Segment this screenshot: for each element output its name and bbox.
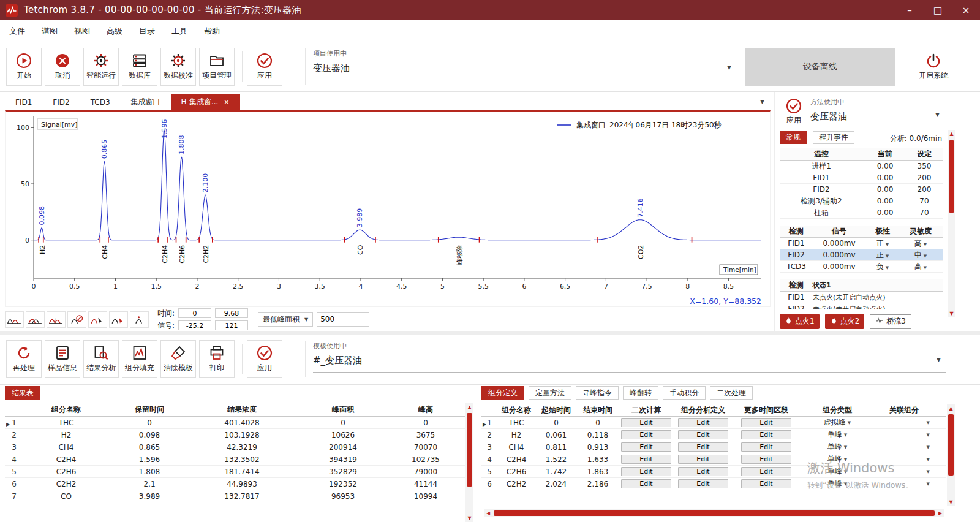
print-button[interactable]: 打印 xyxy=(199,340,235,378)
menu-item-spectrum[interactable]: 谱图 xyxy=(42,26,58,37)
reprocess-button[interactable]: 再处理 xyxy=(6,340,42,378)
result-analysis-button[interactable]: 结果分析 xyxy=(83,340,119,378)
chevron-down-icon[interactable]: ▼ xyxy=(927,469,930,474)
edit-secondary-calc-button[interactable]: Edit xyxy=(621,418,671,427)
component-table-row[interactable]: 2H20.0610.118EditEditEdit单峰▼▼ xyxy=(481,429,946,441)
edit-more-time-ranges-button[interactable]: Edit xyxy=(741,467,791,476)
chevron-down-icon[interactable]: ▼ xyxy=(927,420,930,425)
edit-more-time-ranges-button[interactable]: Edit xyxy=(741,455,791,464)
scroll-down-icon[interactable]: ▼ xyxy=(948,309,956,317)
project-selector[interactable]: 项目使用中 变压器油 ▼ xyxy=(305,48,740,85)
edit-secondary-calc-button[interactable]: Edit xyxy=(621,467,671,476)
scroll-left-icon[interactable]: ◀ xyxy=(484,510,492,516)
scroll-thumb[interactable] xyxy=(494,510,935,516)
menu-item-tools[interactable]: 工具 xyxy=(172,26,187,37)
edit-secondary-calc-button[interactable]: Edit xyxy=(621,430,671,439)
maximize-button[interactable]: □ xyxy=(924,0,952,20)
results-table-row[interactable]: 6C2H22.144.989319235241144 xyxy=(5,478,466,490)
bridge-current-button[interactable]: 桥流3 xyxy=(870,314,911,329)
chevron-down-icon[interactable]: ▼ xyxy=(886,254,889,259)
chevron-down-icon[interactable]: ▼ xyxy=(924,254,927,259)
edit-analysis-definition-button[interactable]: Edit xyxy=(678,467,728,476)
edit-analysis-definition-button[interactable]: Edit xyxy=(678,418,728,427)
chevron-down-icon[interactable]: ▼ xyxy=(886,242,889,247)
menu-item-help[interactable]: 帮助 xyxy=(204,26,220,37)
tab-fid1[interactable]: FID1 xyxy=(5,94,42,110)
power-system-button[interactable]: 开启系统 xyxy=(913,48,954,86)
min-peak-area-select[interactable]: 最低峰面积 ▼ xyxy=(258,312,313,327)
menu-item-view[interactable]: 视图 xyxy=(74,26,90,37)
detector-status-row[interactable]: FID2未点火(未开启自动点火) xyxy=(780,303,943,309)
chevron-down-icon[interactable]: ▼ xyxy=(935,112,940,118)
chevron-down-icon[interactable]: ▼ xyxy=(844,445,847,450)
time-to-input[interactable] xyxy=(215,308,248,318)
apply-project-button[interactable]: 应用 xyxy=(247,48,282,86)
project-management-button[interactable]: 项目管理 xyxy=(199,48,235,86)
chevron-down-icon[interactable]: ▼ xyxy=(937,357,941,363)
clear-template-button[interactable]: 清除模板 xyxy=(160,340,196,378)
temperature-row[interactable]: 进样10.00350 xyxy=(780,161,943,172)
close-tab-icon[interactable]: × xyxy=(224,98,229,106)
edit-more-time-ranges-button[interactable]: Edit xyxy=(741,442,791,452)
scroll-thumb[interactable] xyxy=(948,414,954,476)
start-button[interactable]: 开始 xyxy=(6,48,42,86)
menu-item-file[interactable]: 文件 xyxy=(9,26,25,37)
sample-info-button[interactable]: 样品信息 xyxy=(45,340,80,378)
database-button[interactable]: 数据库 xyxy=(122,48,157,86)
data-calibration-button[interactable]: 数据校准 xyxy=(160,48,196,86)
results-table-tab[interactable]: 结果表 xyxy=(5,386,40,400)
tab-peak-flip[interactable]: 峰翻转 xyxy=(623,386,658,400)
detector-row[interactable]: TCD30.000mv负▼高▼ xyxy=(780,261,943,273)
right-panel-scrollbar[interactable]: ▲ ▼ xyxy=(948,130,956,317)
tab-integration-window[interactable]: 集成窗口 xyxy=(121,94,171,110)
peak-select-tool[interactable] xyxy=(88,311,107,328)
component-table-row[interactable]: 3CH40.8110.913EditEditEdit单峰▼▼ xyxy=(481,441,946,453)
menu-item-advanced[interactable]: 高级 xyxy=(107,26,123,37)
apply-method-button[interactable]: 应用 xyxy=(780,98,808,126)
chevron-down-icon[interactable]: ▼ xyxy=(844,433,847,438)
scroll-up-icon[interactable]: ▲ xyxy=(947,404,955,412)
apply-template-button[interactable]: 应用 xyxy=(247,340,282,378)
temperature-row[interactable]: FID10.00200 xyxy=(780,172,943,184)
tab-temperature-program[interactable]: 程升事件 xyxy=(813,131,854,144)
scroll-down-icon[interactable]: ▼ xyxy=(947,498,955,506)
peak-pick-tool[interactable] xyxy=(109,311,128,328)
chevron-down-icon[interactable]: ▼ xyxy=(927,445,930,450)
horizontal-scrollbar[interactable]: ◀ ▶ xyxy=(484,509,944,517)
edit-more-time-ranges-button[interactable]: Edit xyxy=(741,418,791,427)
scroll-thumb[interactable] xyxy=(949,140,954,213)
ignite1-button[interactable]: 点火1 xyxy=(780,314,820,329)
edit-more-time-ranges-button[interactable]: Edit xyxy=(741,430,791,439)
peak-shoulder-tool[interactable] xyxy=(5,311,24,328)
component-fill-button[interactable]: 组分填充 xyxy=(122,340,157,378)
component-table-row[interactable]: ▶1THC00EditEditEdit虚拟峰▼▼ xyxy=(481,417,946,429)
chevron-down-icon[interactable]: ▼ xyxy=(727,64,731,70)
edit-more-time-ranges-button[interactable]: Edit xyxy=(741,479,791,488)
edit-analysis-definition-button[interactable]: Edit xyxy=(678,479,728,488)
results-table-row[interactable]: 4C2H41.596132.3502394319102735 xyxy=(5,453,466,466)
scroll-thumb[interactable] xyxy=(467,413,472,487)
time-from-input[interactable] xyxy=(178,308,211,318)
edit-analysis-definition-button[interactable]: Edit xyxy=(678,442,728,452)
scroll-up-icon[interactable]: ▲ xyxy=(466,403,473,411)
chevron-down-icon[interactable]: ▼ xyxy=(927,433,930,438)
method-selector[interactable]: 方法使用中 变压器油 ▼ xyxy=(810,97,941,129)
chevron-down-icon[interactable]: ▼ xyxy=(886,265,889,270)
chevron-down-icon[interactable]: ▼ xyxy=(848,420,851,425)
temperature-row[interactable]: FID20.00200 xyxy=(780,184,943,195)
chevron-down-icon[interactable]: ▼ xyxy=(924,265,927,270)
close-button[interactable]: × xyxy=(952,0,980,20)
edit-secondary-calc-button[interactable]: Edit xyxy=(621,479,671,488)
chevron-down-icon[interactable]: ▼ xyxy=(927,457,930,462)
chevron-down-icon[interactable]: ▼ xyxy=(927,482,930,487)
scroll-up-icon[interactable]: ▲ xyxy=(948,130,956,138)
results-table-row[interactable]: 5C2H61.808181.741435282979000 xyxy=(5,466,466,478)
device-offline-button[interactable]: 设备离线 xyxy=(745,48,895,86)
edit-secondary-calc-button[interactable]: Edit xyxy=(621,455,671,464)
results-table-row[interactable]: 3CH40.86542.321920091470070 xyxy=(5,441,466,453)
peak-valley-tool[interactable] xyxy=(47,311,66,328)
tab-peak-search[interactable]: 寻峰指令 xyxy=(576,386,619,400)
chevron-down-icon[interactable]: ▼ xyxy=(924,242,927,247)
edit-analysis-definition-button[interactable]: Edit xyxy=(678,430,728,439)
detector-row[interactable]: FID20.000mv正▼中▼ xyxy=(780,249,943,261)
